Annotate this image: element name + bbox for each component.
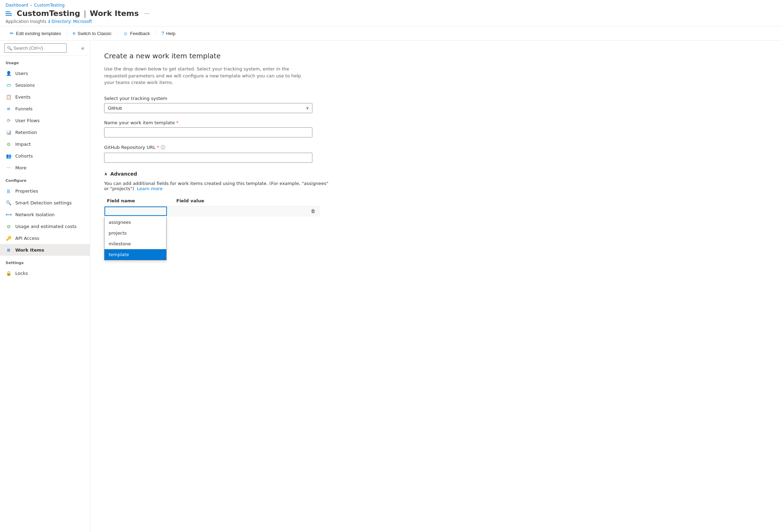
properties-icon: ⫼ xyxy=(6,188,12,194)
sidebar-item-usage-costs[interactable]: ⊙ Usage and estimated costs xyxy=(0,220,90,232)
form-title: Create a new work item template xyxy=(104,52,768,60)
more-icon: ··· xyxy=(6,164,12,171)
cohorts-icon: 👥 xyxy=(6,153,12,159)
sidebar-item-events-label: Events xyxy=(15,94,31,100)
repo-url-input[interactable] xyxy=(104,153,312,163)
api-access-icon: 🔑 xyxy=(6,235,12,241)
advanced-chevron-icon: ∧ xyxy=(104,171,108,176)
fields-header: Field name Field value xyxy=(104,197,319,205)
template-name-group: Name your work item template * xyxy=(104,120,768,137)
help-label: Help xyxy=(166,31,176,36)
delete-field-button[interactable]: 🗑 xyxy=(307,207,319,215)
title-row: CustomTesting | Work Items ··· xyxy=(6,9,776,18)
template-name-label: Name your work item template * xyxy=(104,120,768,125)
sidebar-item-more[interactable]: ··· More xyxy=(0,162,90,174)
suggestion-dropdown: assignees projects milestone template xyxy=(104,217,167,260)
suggestion-projects[interactable]: projects xyxy=(104,228,166,238)
sidebar-item-work-items-label: Work Items xyxy=(15,247,44,253)
search-icon: 🔍 xyxy=(7,46,12,51)
info-badge: ℹ Directory: Microsoft xyxy=(49,19,92,24)
sidebar-item-locks[interactable]: 🔒 Locks xyxy=(0,267,90,279)
help-icon: ? xyxy=(161,31,164,36)
sidebar-item-retention[interactable]: 📊 Retention xyxy=(0,126,90,138)
sidebar-search-wrap: 🔍 « xyxy=(0,41,90,56)
repo-url-required: * xyxy=(157,145,159,150)
search-input[interactable] xyxy=(4,43,67,53)
page-header: Dashboard › CustomTesting CustomTesting … xyxy=(0,0,782,26)
breadcrumb-dashboard[interactable]: Dashboard xyxy=(6,3,28,8)
sidebar-item-funnels-label: Funnels xyxy=(15,106,33,111)
sidebar-item-more-label: More xyxy=(15,165,26,170)
sidebar-item-user-flows-label: User Flows xyxy=(15,118,40,123)
toolbar-separator-3 xyxy=(155,30,156,37)
users-icon: 👤 xyxy=(6,70,12,76)
sidebar-item-cohorts[interactable]: 👥 Cohorts xyxy=(0,150,90,162)
impact-icon: ⊙ xyxy=(6,141,12,147)
field-value-input[interactable] xyxy=(167,206,307,216)
template-name-input[interactable] xyxy=(104,127,312,137)
sidebar-item-work-items[interactable]: ≡ Work Items xyxy=(0,244,90,256)
learn-more-link[interactable]: Learn more xyxy=(137,186,163,191)
retention-icon: 📊 xyxy=(6,129,12,135)
field-row-wrap: 🗑 assignees projects milestone template xyxy=(104,206,319,216)
tracking-select-wrap: GitHub Azure DevOps Jira ∨ xyxy=(104,103,312,113)
sidebar-item-sessions-label: Sessions xyxy=(15,83,35,88)
suggestion-assignees[interactable]: assignees xyxy=(104,217,166,228)
sidebar-item-users[interactable]: 👤 Users xyxy=(0,67,90,79)
sidebar-item-usage-costs-label: Usage and estimated costs xyxy=(15,224,77,229)
switch-classic-button[interactable]: ≡ Switch to Classic xyxy=(68,28,116,38)
repo-url-group: GitHub Repository URL * ⓘ xyxy=(104,144,768,163)
sidebar-item-impact[interactable]: ⊙ Impact xyxy=(0,138,90,150)
tracking-label: Select your tracking system xyxy=(104,96,768,101)
menu-icon[interactable] xyxy=(6,11,12,16)
sidebar-item-properties-label: Properties xyxy=(15,188,38,194)
ellipsis-button[interactable]: ··· xyxy=(142,9,152,18)
sidebar-item-sessions[interactable]: 🗃 Sessions xyxy=(0,79,90,91)
repo-url-info-icon: ⓘ xyxy=(161,144,165,151)
help-button[interactable]: ? Help xyxy=(157,28,180,38)
sidebar-item-user-flows[interactable]: ⟳ User Flows xyxy=(0,115,90,126)
feedback-label: Feedback xyxy=(130,31,150,36)
toolbar: ✏ Edit existing templates ≡ Switch to Cl… xyxy=(0,26,782,41)
page-title-section: Work Items xyxy=(90,9,138,18)
page-title-app: CustomTesting xyxy=(17,9,80,18)
field-name-input[interactable] xyxy=(104,206,167,216)
feedback-icon: ☺ xyxy=(123,31,128,36)
switch-classic-label: Switch to Classic xyxy=(77,31,111,36)
sidebar-item-events[interactable]: 📋 Events xyxy=(0,91,90,103)
work-items-icon: ≡ xyxy=(6,247,12,253)
app-layout: 🔍 « Usage 👤 Users 🗃 Sessions 📋 Events ≡ … xyxy=(0,41,782,532)
suggestion-template[interactable]: template xyxy=(104,249,166,260)
funnels-icon: ≡ xyxy=(6,105,12,112)
collapse-sidebar-button[interactable]: « xyxy=(80,44,86,53)
sidebar-item-smart-detection[interactable]: 🔍 Smart Detection settings xyxy=(0,197,90,209)
fields-table: Field name Field value 🗑 assignees proje… xyxy=(104,197,319,216)
user-flows-icon: ⟳ xyxy=(6,117,12,124)
sidebar-item-properties[interactable]: ⫼ Properties xyxy=(0,185,90,197)
page-title: CustomTesting | Work Items xyxy=(17,9,139,18)
sidebar-item-network-isolation[interactable]: ⟺ Network Isolation xyxy=(0,209,90,220)
sidebar-item-cohorts-label: Cohorts xyxy=(15,153,33,159)
breadcrumb-current[interactable]: CustomTesting xyxy=(34,3,65,8)
form-description: Use the drop down below to get started. … xyxy=(104,66,312,86)
advanced-label: Advanced xyxy=(110,171,137,177)
sidebar-item-retention-label: Retention xyxy=(15,130,37,135)
advanced-section: ∧ Advanced You can add additional fields… xyxy=(104,171,768,216)
directory-label: Directory: Microsoft xyxy=(51,19,92,24)
template-name-required: * xyxy=(176,120,179,125)
app-insights-label: Application Insights xyxy=(6,19,47,24)
switch-icon: ≡ xyxy=(73,31,75,36)
field-value-header: Field value xyxy=(174,197,319,205)
sidebar-item-api-access[interactable]: 🔑 API Access xyxy=(0,232,90,244)
sidebar-item-funnels[interactable]: ≡ Funnels xyxy=(0,103,90,115)
sidebar-item-network-isolation-label: Network Isolation xyxy=(15,212,54,217)
feedback-button[interactable]: ☺ Feedback xyxy=(119,28,154,38)
tracking-system-select[interactable]: GitHub Azure DevOps Jira xyxy=(104,103,312,113)
edit-templates-button[interactable]: ✏ Edit existing templates xyxy=(6,28,65,38)
sidebar: 🔍 « Usage 👤 Users 🗃 Sessions 📋 Events ≡ … xyxy=(0,41,90,532)
sessions-icon: 🗃 xyxy=(6,82,12,88)
main-content: Create a new work item template Use the … xyxy=(90,41,782,532)
advanced-toggle[interactable]: ∧ Advanced xyxy=(104,171,768,177)
suggestion-milestone[interactable]: milestone xyxy=(104,238,166,249)
search-wrap: 🔍 xyxy=(4,43,77,53)
